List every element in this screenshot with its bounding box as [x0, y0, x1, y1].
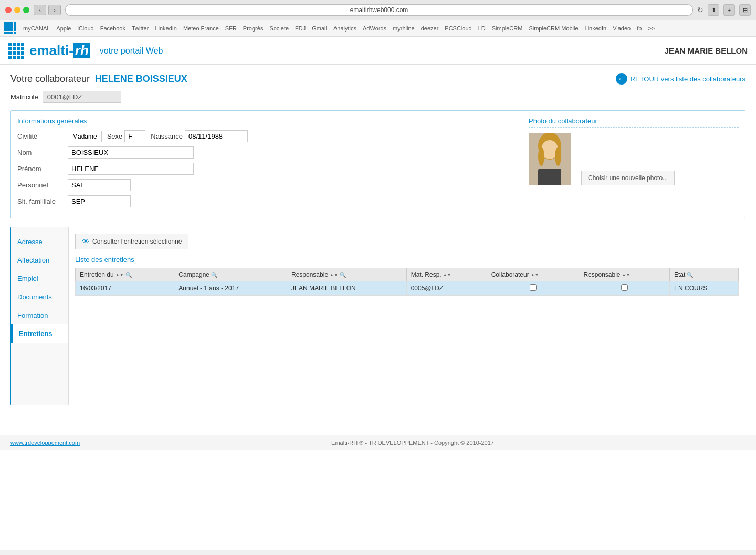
page-footer: www.trdeveloppement.com Emalti-RH ® - TR… [0, 435, 756, 450]
nav-buttons: ‹ › [34, 5, 61, 15]
bookmark-apple[interactable]: Apple [54, 24, 74, 33]
info-layout: Informations générales Civilité Madame S… [17, 117, 739, 212]
tab-affectation[interactable]: Affectation [11, 251, 68, 269]
current-user: JEAN MARIE BELLON [665, 46, 748, 55]
back-button[interactable]: ← RETOUR vers liste des collaborateurs [616, 73, 746, 85]
back-arrow-icon: ← [616, 73, 627, 85]
search-campagne-icon[interactable]: 🔍 [211, 272, 217, 278]
bookmark-fdj[interactable]: FDJ [292, 24, 308, 33]
collaborateur-name: HELENE BOISSIEUX [95, 74, 187, 84]
bookmark-ld[interactable]: LD [476, 24, 488, 33]
consult-entretien-button[interactable]: 👁 Consulter l'entretien sélectionné [75, 234, 188, 249]
bookmark-deezer[interactable]: deezer [418, 24, 442, 33]
entretiens-table: Entretien du ▲▼ 🔍 Campagne 🔍 [75, 268, 739, 296]
bookmark-progres[interactable]: Progrès [240, 24, 266, 33]
reload-button[interactable]: ↻ [697, 6, 704, 14]
minimize-btn[interactable] [14, 7, 20, 13]
tab-emploi[interactable]: Emploi [11, 269, 68, 288]
th-etat: Etat 🔍 [670, 268, 739, 281]
photo-upload-button[interactable]: Choisir une nouvelle photo... [581, 171, 675, 185]
browser-toolbar-icons: ⬆ + ⊞ [708, 4, 751, 16]
td-campagne: Annuel - 1 ans - 2017 [174, 281, 287, 296]
page-title-row: Votre collaborateur HELENE BOISSIEUX ← R… [10, 73, 746, 85]
sort-mat-resp[interactable]: ▲▼ [443, 273, 452, 277]
maximize-btn[interactable] [23, 7, 29, 13]
responsable2-checkbox[interactable] [621, 284, 628, 291]
th-campagne: Campagne 🔍 [174, 268, 287, 281]
eye-icon: 👁 [82, 237, 89, 246]
bookmark-sfr[interactable]: SFR [223, 24, 239, 33]
bookmark-gmail[interactable]: Gmail [309, 24, 330, 33]
sort-responsable[interactable]: ▲▼ [330, 273, 338, 277]
td-responsable: JEAN MARIE BELLON [287, 281, 407, 296]
tabs-sidebar: Adresse Affectation Emploi Documents For… [11, 227, 69, 405]
th-mat-resp: Mat. Resp. ▲▼ [406, 268, 487, 281]
back-button-label: RETOUR vers liste des collaborateurs [631, 75, 746, 83]
bookmark-linkedin2[interactable]: LinkedIn [582, 24, 610, 33]
bookmark-twitter[interactable]: Twitter [129, 24, 151, 33]
page-wrapper: emalti-rh votre portail Web JEAN MARIE B… [0, 37, 756, 550]
bookmark-meteo[interactable]: Meteo France [181, 24, 222, 33]
photo-section-title: Photo du collaborateur [529, 117, 739, 128]
bookmark-facebook[interactable]: Facebook [98, 24, 128, 33]
table-row[interactable]: 16/03/2017 Annuel - 1 ans - 2017 JEAN MA… [76, 281, 739, 296]
civility-button[interactable]: Madame [68, 131, 102, 142]
tab-formation[interactable]: Formation [11, 306, 68, 324]
civilite-label: Civilité [17, 132, 65, 140]
bookmark-viadeo[interactable]: Viadeo [610, 24, 633, 33]
sitfam-label: Sit. familliale [17, 197, 65, 205]
collaborateur-checkbox[interactable] [530, 284, 537, 291]
bookmark-analytics[interactable]: Analytics [331, 24, 359, 33]
tab-adresse[interactable]: Adresse [11, 233, 68, 251]
search-etat-icon[interactable]: 🔍 [687, 272, 693, 278]
sidebar-toggle-icon[interactable]: ⊞ [739, 4, 751, 16]
forward-nav-button[interactable]: › [48, 5, 61, 15]
bookmark-myrhline[interactable]: myrhline [390, 24, 417, 33]
birth-input[interactable] [185, 130, 248, 142]
bookmark-pcscloud[interactable]: PCSCloud [442, 24, 474, 33]
nom-input[interactable] [68, 146, 194, 159]
tab-entretiens[interactable]: Entretiens [11, 324, 68, 343]
sex-input[interactable] [124, 130, 145, 142]
tab-documents[interactable]: Documents [11, 288, 68, 306]
search-entretien-icon[interactable]: 🔍 [125, 272, 132, 278]
address-bar[interactable]: emaltirhweb000.com [65, 4, 693, 16]
share-icon[interactable]: ⬆ [708, 4, 719, 16]
nom-label: Nom [17, 149, 65, 156]
app-header: emalti-rh votre portail Web JEAN MARIE B… [0, 37, 756, 65]
personnel-input[interactable] [68, 179, 131, 191]
sort-collaborateur[interactable]: ▲▼ [531, 273, 539, 277]
traffic-lights [5, 7, 29, 13]
nom-row: Nom [17, 146, 518, 159]
title-bar: ‹ › emaltirhweb000.com ↻ ⬆ + ⊞ [0, 0, 756, 20]
bookmark-fb[interactable]: fb [634, 24, 644, 33]
info-generale-section: Informations générales Civilité Madame S… [10, 110, 746, 218]
matricule-input[interactable] [43, 91, 121, 103]
bookmark-mycanal[interactable]: myCANAL [20, 24, 52, 33]
sex-label: Sexe [107, 132, 123, 140]
personnel-row: Personnel [17, 179, 518, 191]
bookmark-simplecrm[interactable]: SimpleCRM [489, 24, 526, 33]
sitfam-input[interactable] [68, 195, 131, 207]
search-responsable-icon[interactable]: 🔍 [340, 272, 346, 278]
bookmark-societe[interactable]: Societe [267, 24, 291, 33]
sort-entretien[interactable]: ▲▼ [116, 273, 124, 277]
back-nav-button[interactable]: ‹ [34, 5, 46, 15]
footer-link[interactable]: www.trdeveloppement.com [10, 439, 80, 446]
prenom-input[interactable] [68, 163, 194, 175]
bookmark-linkedin[interactable]: LinkedIn [152, 24, 180, 33]
grid-icon [4, 22, 16, 34]
td-date: 16/03/2017 [76, 281, 174, 296]
info-form: Informations générales Civilité Madame S… [17, 117, 518, 212]
bookmark-simplecrm-mobile[interactable]: SimpleCRM Mobile [526, 24, 581, 33]
td-responsable2-check [579, 281, 670, 296]
bookmark-more[interactable]: >> [645, 24, 657, 33]
close-btn[interactable] [5, 7, 12, 13]
photo-image [529, 133, 571, 185]
bookmark-icon[interactable]: + [723, 4, 735, 16]
th-entretien-du: Entretien du ▲▼ 🔍 [76, 268, 174, 281]
browser-chrome: ‹ › emaltirhweb000.com ↻ ⬆ + ⊞ myCANAL A… [0, 0, 756, 37]
bookmark-adwords[interactable]: AdWords [360, 24, 389, 33]
sort-responsable2[interactable]: ▲▼ [622, 273, 631, 277]
bookmark-icloud[interactable]: iCloud [75, 24, 96, 33]
